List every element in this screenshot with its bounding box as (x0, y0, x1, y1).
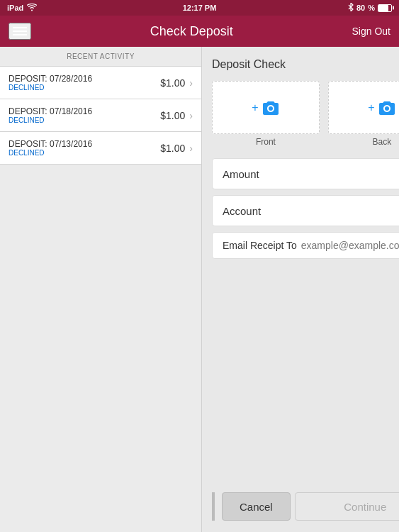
wifi-icon (27, 4, 37, 13)
bluetooth-icon (348, 3, 354, 13)
activity-amount-1: $1.00 (160, 110, 185, 121)
menu-button[interactable] (9, 23, 31, 40)
activity-item[interactable]: DEPOSIT: 07/18/2016 DECLINED $1.00 › (0, 99, 201, 132)
plus-icon-back: + (368, 101, 374, 114)
email-receipt-field: Email Receipt To (212, 232, 399, 259)
activity-declined-2: DECLINED (9, 149, 92, 157)
front-photo-box: + Front (212, 81, 320, 147)
camera-icon-back (378, 100, 396, 116)
plus-icon: + (252, 101, 258, 114)
activity-declined-0: DECLINED (9, 84, 92, 92)
cancel-button[interactable]: Cancel (222, 492, 291, 521)
account-field[interactable]: Account › (212, 195, 399, 226)
back-label: Back (373, 137, 392, 147)
activity-chevron-2: › (189, 143, 193, 154)
right-panel: Deposit Check + Front (202, 47, 399, 532)
activity-chevron-1: › (189, 110, 193, 121)
back-upload-area[interactable]: + (328, 81, 399, 134)
activity-item[interactable]: DEPOSIT: 07/28/2016 DECLINED $1.00 › (0, 67, 201, 99)
recent-activity-header: RECENT ACTIVITY (0, 47, 201, 67)
email-input[interactable] (301, 240, 399, 251)
amount-label: Amount (223, 168, 259, 180)
front-label: Front (256, 137, 276, 147)
left-panel: RECENT ACTIVITY DEPOSIT: 07/28/2016 DECL… (0, 47, 202, 532)
svg-point-0 (269, 106, 273, 111)
main-layout: RECENT ACTIVITY DEPOSIT: 07/28/2016 DECL… (0, 47, 399, 532)
status-left: iPad (7, 4, 37, 13)
activity-item[interactable]: DEPOSIT: 07/13/2016 DECLINED $1.00 › (0, 132, 201, 165)
camera-icon-front (262, 100, 280, 116)
carrier-label: iPad (7, 4, 23, 12)
amount-field[interactable]: Amount › (212, 158, 399, 189)
front-upload-area[interactable]: + (212, 81, 320, 134)
nav-bar: Check Deposit Sign Out (0, 16, 399, 47)
continue-button[interactable]: Continue (295, 492, 399, 521)
status-right: 80% (348, 3, 392, 13)
activity-declined-1: DECLINED (9, 116, 92, 124)
account-label: Account (223, 205, 261, 217)
status-time: 12:17 PM (183, 4, 217, 12)
activity-label-0: DEPOSIT: 07/28/2016 (9, 74, 92, 84)
activity-chevron-0: › (189, 77, 193, 89)
divider-bar (212, 492, 215, 521)
photo-upload-row: + Front + (212, 81, 399, 147)
activity-amount-0: $1.00 (160, 77, 185, 89)
activity-label-2: DEPOSIT: 07/13/2016 (9, 139, 92, 149)
deposit-title: Deposit Check (212, 58, 399, 71)
email-receipt-label: Email Receipt To (223, 240, 297, 251)
back-photo-box: + Back (328, 81, 399, 147)
battery-icon (378, 4, 392, 12)
button-row: Cancel Continue (212, 492, 399, 521)
activity-label-1: DEPOSIT: 07/18/2016 (9, 106, 92, 116)
nav-title: Check Deposit (150, 24, 233, 39)
svg-point-1 (385, 106, 389, 111)
status-bar: iPad 12:17 PM 80% (0, 0, 399, 16)
battery-percent: 80 (356, 4, 365, 12)
sign-out-button[interactable]: Sign Out (352, 26, 390, 37)
activity-amount-2: $1.00 (160, 143, 185, 154)
